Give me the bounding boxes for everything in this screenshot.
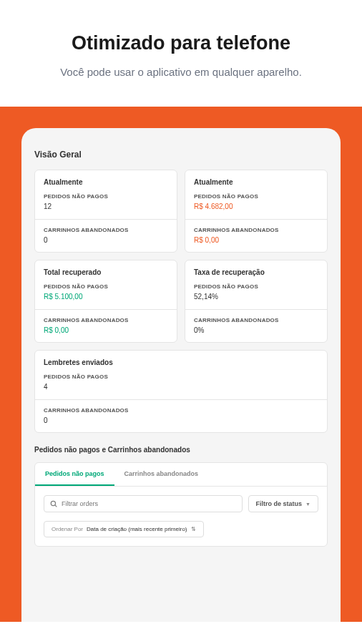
metric-label: PEDIDOS NÃO PAGOS [194, 283, 318, 290]
metric-value: 12 [44, 203, 168, 210]
orders-section: Pedidos não pagos e Carrinhos abandonado… [34, 446, 328, 547]
metric-label: CARRINHOS ABANDONADOS [44, 227, 168, 233]
card-title: Atualmente [44, 178, 168, 186]
caret-down-icon: ▼ [305, 502, 310, 507]
status-filter-button[interactable]: Filtro de status ▼ [248, 495, 318, 512]
metric-label: CARRINHOS ABANDONADOS [44, 407, 318, 414]
card-total-recuperado: Total recuperado PEDIDOS NÃO PAGOS R$ 5.… [34, 260, 177, 343]
filters-row: Filtro de status ▼ [35, 487, 327, 521]
search-input[interactable] [62, 500, 236, 507]
tab-carrinhos-abandonados[interactable]: Carrinhos abandonados [114, 463, 209, 486]
sort-row: Ordenar Por Data de criação (mais recent… [35, 521, 327, 546]
metric-value: 0 [44, 416, 318, 424]
sort-prefix: Ordenar Por [52, 526, 83, 532]
card-taxa-recuperacao: Taxa de recuperação PEDIDOS NÃO PAGOS 52… [185, 260, 328, 343]
card-title: Atualmente [194, 178, 318, 186]
svg-point-0 [51, 501, 55, 505]
overview-cards-grid: Atualmente PEDIDOS NÃO PAGOS 12 CARRINHO… [34, 170, 328, 433]
metric-value: 52,14% [194, 293, 318, 301]
metric-value: 4 [44, 383, 318, 391]
metric-value: R$ 0,00 [194, 236, 318, 244]
metric-label: PEDIDOS NÃO PAGOS [44, 193, 168, 200]
divider [35, 309, 177, 310]
metric-value: R$ 0,00 [44, 326, 168, 334]
sort-value: Data de criação (mais recente primeiro) [87, 526, 187, 532]
metric-label: PEDIDOS NÃO PAGOS [44, 374, 318, 380]
tabs: Pedidos não pagos Carrinhos abandonados [35, 463, 327, 487]
orders-panel: Pedidos não pagos Carrinhos abandonados … [34, 462, 328, 547]
search-icon [50, 500, 57, 507]
metric-value: R$ 4.682,00 [194, 203, 318, 210]
svg-line-1 [55, 505, 57, 507]
orange-background: Visão Geral Atualmente PEDIDOS NÃO PAGOS… [0, 107, 362, 622]
card-lembretes-enviados: Lembretes enviados PEDIDOS NÃO PAGOS 4 C… [34, 350, 328, 433]
metric-label: PEDIDOS NÃO PAGOS [194, 193, 318, 200]
card-title: Taxa de recuperação [194, 268, 318, 276]
metric-value: 0 [44, 236, 168, 244]
filter-label: Filtro de status [256, 500, 303, 507]
divider [35, 399, 327, 400]
divider [185, 219, 327, 220]
card-atualmente-counts: Atualmente PEDIDOS NÃO PAGOS 12 CARRINHO… [34, 170, 177, 253]
sort-button[interactable]: Ordenar Por Data de criação (mais recent… [44, 521, 204, 537]
page-title: Otimizado para telefone [14, 32, 348, 54]
metric-label: CARRINHOS ABANDONADOS [194, 227, 318, 233]
metric-label: CARRINHOS ABANDONADOS [194, 317, 318, 323]
metric-label: CARRINHOS ABANDONADOS [44, 317, 168, 323]
metric-value: 0% [194, 326, 318, 334]
page-subtitle: Você pode usar o aplicativo em qualquer … [14, 66, 348, 78]
tab-pedidos-nao-pagos[interactable]: Pedidos não pagos [35, 463, 114, 486]
phone-frame: Visão Geral Atualmente PEDIDOS NÃO PAGOS… [21, 128, 341, 622]
card-atualmente-values: Atualmente PEDIDOS NÃO PAGOS R$ 4.682,00… [185, 170, 328, 253]
sort-icon: ⇅ [191, 526, 196, 532]
page-header: Otimizado para telefone Você pode usar o… [0, 0, 362, 107]
divider [35, 219, 177, 220]
divider [185, 309, 327, 310]
overview-title: Visão Geral [34, 150, 328, 160]
card-title: Lembretes enviados [44, 358, 318, 366]
orders-title: Pedidos não pagos e Carrinhos abandonado… [34, 446, 328, 454]
metric-value: R$ 5.100,00 [44, 293, 168, 301]
search-box[interactable] [44, 495, 243, 512]
card-title: Total recuperado [44, 268, 168, 276]
metric-label: PEDIDOS NÃO PAGOS [44, 283, 168, 290]
